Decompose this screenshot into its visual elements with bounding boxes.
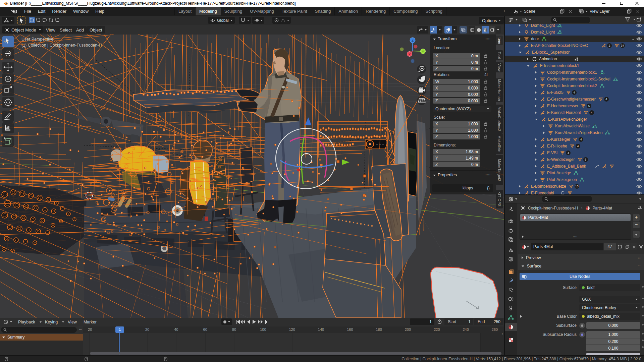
svg-text:Y: Y	[422, 50, 424, 53]
svg-text:Z: Z	[412, 39, 414, 42]
svg-text:X: X	[409, 53, 411, 56]
